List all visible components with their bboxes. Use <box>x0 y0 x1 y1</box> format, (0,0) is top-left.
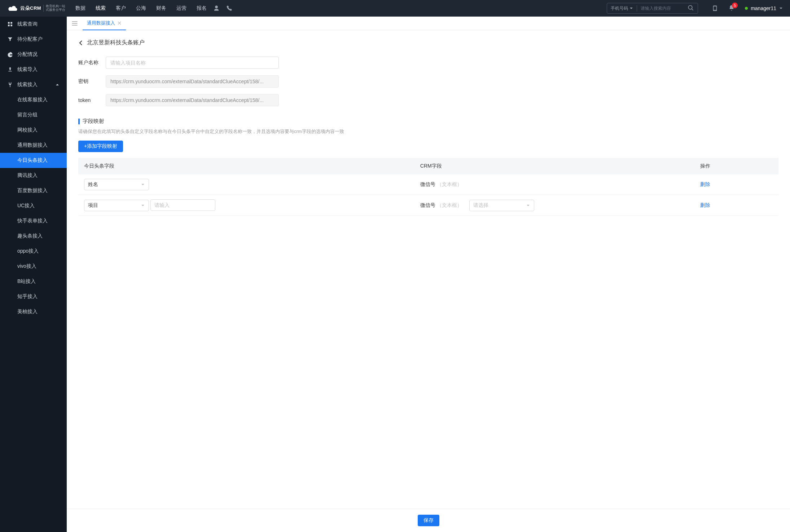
nav-item[interactable]: 运营 <box>176 5 186 12</box>
logo-text: 云朵CRM <box>20 5 41 12</box>
nav-item[interactable]: 数据 <box>75 5 85 12</box>
sidebar-sub-item[interactable]: 在线客服接入 <box>0 92 67 107</box>
toutiao-field-select[interactable]: 姓名 <box>84 179 149 190</box>
mobile-icon[interactable] <box>712 5 718 12</box>
search-type-select[interactable]: 手机号码 <box>607 5 637 12</box>
crm-field-select[interactable]: 请选择 <box>469 200 534 211</box>
crm-field: 微信号（文本框） <box>420 181 462 188</box>
sidebar-sub-item[interactable]: 知乎接入 <box>0 289 67 304</box>
status-dot <box>745 7 748 10</box>
nav-item[interactable]: 客户 <box>116 5 126 12</box>
plug-icon <box>7 82 13 88</box>
nav-item[interactable]: 财务 <box>156 5 166 12</box>
search-input[interactable] <box>637 6 684 11</box>
secret-input[interactable] <box>106 75 279 88</box>
nav-item[interactable]: 报名 <box>197 5 207 12</box>
sidebar-item[interactable]: 待分配客户 <box>0 32 67 47</box>
logo-subtitle: 教育机构一站 式服务云平台 <box>43 5 65 12</box>
page-title: 北京昱新科技头条账户 <box>87 39 145 46</box>
table-row: 姓名微信号（文本框）删除 <box>78 174 778 195</box>
account-name-input[interactable] <box>106 57 279 69</box>
nav-item[interactable]: 公海 <box>136 5 146 12</box>
tab[interactable]: 通用数据接入 <box>83 17 126 30</box>
sidebar-sub-item[interactable]: B站接入 <box>0 274 67 289</box>
menu-toggle-icon[interactable] <box>71 20 78 27</box>
filter-icon <box>7 36 13 42</box>
chevron-down-icon <box>629 6 633 10</box>
token-label: token <box>78 97 100 103</box>
th-crm-field: CRM字段 <box>414 158 694 174</box>
notification-badge: 5 <box>732 3 738 8</box>
export-icon <box>7 67 13 72</box>
sidebar-sub-item[interactable]: UC接入 <box>0 198 67 213</box>
sidebar-sub-item[interactable]: 快手表单接入 <box>0 213 67 229</box>
chevron-up-icon <box>55 83 60 87</box>
phone-icon[interactable] <box>226 5 233 12</box>
sidebar-sub-item[interactable]: 网校接入 <box>0 123 67 138</box>
grid-icon <box>7 21 13 27</box>
sidebar-sub-item[interactable]: 今日头条接入 <box>0 153 67 168</box>
crm-field: 微信号（文本框） <box>420 202 462 209</box>
sidebar-sub-item[interactable]: oppo接入 <box>0 244 67 259</box>
secret-label: 密钥 <box>78 78 100 85</box>
username: manager11 <box>751 5 776 11</box>
add-mapping-button[interactable]: +添加字段映射 <box>78 141 123 152</box>
sidebar-item[interactable]: 线索查询 <box>0 17 67 32</box>
sidebar-item[interactable]: 线索接入 <box>0 77 67 92</box>
toutiao-field-select[interactable]: 项目 <box>84 200 149 211</box>
sidebar-sub-item[interactable]: 趣头条接入 <box>0 229 67 244</box>
sidebar: 线索查询待分配客户分配情况线索导入线索接入在线客服接入留言分组网校接入通用数据接… <box>0 17 67 532</box>
sidebar-item[interactable]: 线索导入 <box>0 62 67 77</box>
sidebar-item[interactable]: 分配情况 <box>0 47 67 62</box>
search-bar: 手机号码 <box>607 3 698 14</box>
save-button[interactable]: 保存 <box>418 515 439 526</box>
chevron-down-icon <box>141 203 145 208</box>
close-icon[interactable] <box>117 21 122 25</box>
top-nav: 数据线索客户公海财务运营报名 <box>75 5 207 12</box>
sidebar-sub-item[interactable]: 留言分组 <box>0 107 67 123</box>
token-input[interactable] <box>106 94 279 106</box>
mapping-table: 今日头条字段 CRM字段 操作 姓名微信号（文本框）删除项目 微信号（文本框） … <box>78 158 778 216</box>
chevron-down-icon <box>141 182 145 187</box>
notifications[interactable]: 5 <box>728 5 735 12</box>
th-toutiao-field: 今日头条字段 <box>78 158 414 174</box>
sidebar-sub-item[interactable]: 百度数据接入 <box>0 183 67 198</box>
cloud-icon <box>7 4 18 12</box>
account-name-label: 账户名称 <box>78 59 100 66</box>
search-icon <box>688 5 694 11</box>
user-add-icon[interactable] <box>213 5 220 12</box>
mapping-tip: 请确保您在此填写的头条自定义字段名称与在今日头条平台中自定义的字段名称一致，并且… <box>78 128 778 135</box>
sidebar-sub-item[interactable]: vivo接入 <box>0 259 67 274</box>
user-menu[interactable]: manager11 <box>745 5 783 11</box>
delete-link[interactable]: 删除 <box>700 202 710 208</box>
table-row: 项目 微信号（文本框） 请选择删除 <box>78 195 778 216</box>
sidebar-sub-item[interactable]: 腾讯接入 <box>0 168 67 183</box>
chevron-down-icon <box>526 203 530 208</box>
delete-link[interactable]: 删除 <box>700 181 710 187</box>
search-button[interactable] <box>684 5 698 12</box>
tabs-bar: 通用数据接入 <box>67 17 790 30</box>
page-content: 北京昱新科技头条账户 账户名称 密钥 token 字段映射 <box>67 30 790 532</box>
main-area: 通用数据接入 北京昱新科技头条账户 账户名称 密钥 token <box>67 17 790 532</box>
chevron-down-icon <box>779 6 783 10</box>
top-header: 云朵CRM 教育机构一站 式服务云平台 数据线索客户公海财务运营报名 手机号码 <box>0 0 790 17</box>
pie-icon <box>7 52 13 57</box>
footer-bar: 保存 <box>67 509 790 532</box>
mapping-section-title: 字段映射 <box>78 118 778 125</box>
nav-item[interactable]: 线索 <box>96 5 106 12</box>
sidebar-sub-item[interactable]: 通用数据接入 <box>0 138 67 153</box>
toutiao-extra-input[interactable] <box>150 199 215 211</box>
th-action: 操作 <box>694 158 778 174</box>
back-icon <box>78 40 84 46</box>
sidebar-sub-item[interactable]: 美柚接入 <box>0 304 67 319</box>
logo: 云朵CRM 教育机构一站 式服务云平台 <box>7 4 65 12</box>
breadcrumb[interactable]: 北京昱新科技头条账户 <box>78 39 778 46</box>
